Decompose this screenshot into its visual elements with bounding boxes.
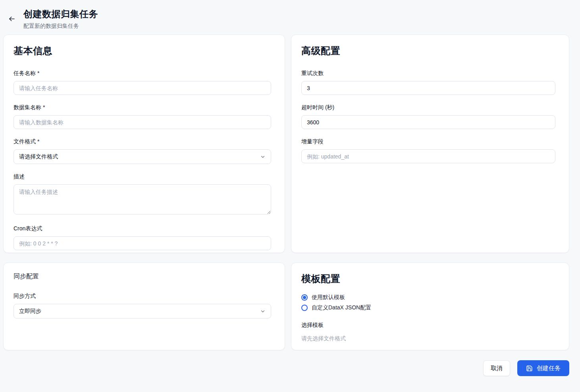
template-select-hint: 请先选择文件格式	[301, 335, 555, 342]
footer-actions: 取消 创建任务	[0, 350, 580, 388]
template-radio-group: 使用默认模板 自定义DataX JSON配置	[301, 294, 555, 311]
form-grid: 基本信息 任务名称 * 数据集名称 * 文件格式 * 请选择文件格式 描述	[0, 35, 580, 350]
page-subtitle: 配置新的数据归集任务	[23, 23, 98, 30]
radio-default-template[interactable]: 使用默认模板	[301, 294, 555, 301]
file-format-select-value: 请选择文件格式	[19, 153, 58, 160]
description-textarea[interactable]	[13, 184, 271, 214]
page-title: 创建数据归集任务	[23, 8, 98, 20]
back-button[interactable]	[6, 14, 17, 25]
radio-custom-datax[interactable]: 自定义DataX JSON配置	[301, 304, 555, 311]
sync-mode-label: 同步方式	[13, 293, 271, 300]
dataset-name-label: 数据集名称 *	[13, 104, 271, 111]
timeout-field: 超时时间 (秒)	[301, 104, 555, 129]
radio-custom-datax-label: 自定义DataX JSON配置	[312, 304, 371, 311]
template-config-card: 模板配置 使用默认模板 自定义DataX JSON配置 选择模板 请先选择文件格…	[291, 263, 569, 350]
template-select-field: 选择模板 请先选择文件格式	[301, 322, 555, 342]
sync-mode-select-value: 立即同步	[19, 308, 41, 315]
template-config-title: 模板配置	[301, 272, 555, 285]
cron-input[interactable]	[13, 236, 271, 250]
advanced-config-card: 高级配置 重试次数 超时时间 (秒) 增量字段	[291, 35, 569, 253]
cron-field: Cron表达式	[13, 225, 271, 250]
incremental-label: 增量字段	[301, 138, 555, 145]
timeout-input[interactable]	[301, 115, 555, 129]
sync-mode-field: 同步方式 立即同步	[13, 293, 271, 319]
retry-label: 重试次数	[301, 70, 555, 77]
template-select-label: 选择模板	[301, 322, 555, 329]
dataset-name-field: 数据集名称 *	[13, 104, 271, 129]
chevron-down-icon	[260, 154, 266, 160]
retry-input[interactable]	[301, 81, 555, 95]
page-header: 创建数据归集任务 配置新的数据归集任务	[0, 0, 580, 35]
description-field: 描述	[13, 173, 271, 216]
file-format-select[interactable]: 请选择文件格式	[13, 149, 271, 164]
sync-config-card: 同步配置 同步方式 立即同步	[3, 263, 285, 350]
create-task-button[interactable]: 创建任务	[517, 360, 569, 376]
basic-info-card: 基本信息 任务名称 * 数据集名称 * 文件格式 * 请选择文件格式 描述	[3, 35, 285, 253]
file-format-field: 文件格式 * 请选择文件格式	[13, 138, 271, 164]
task-name-input[interactable]	[13, 81, 271, 95]
cancel-button[interactable]: 取消	[483, 360, 510, 376]
retry-field: 重试次数	[301, 70, 555, 95]
arrow-left-icon	[8, 15, 15, 23]
save-icon	[526, 365, 533, 372]
dataset-name-input[interactable]	[13, 115, 271, 129]
advanced-config-title: 高级配置	[301, 44, 555, 57]
chevron-down-icon	[260, 309, 266, 314]
incremental-field: 增量字段	[301, 138, 555, 163]
sync-config-title: 同步配置	[13, 272, 271, 281]
task-name-field: 任务名称 *	[13, 70, 271, 95]
file-format-label: 文件格式 *	[13, 138, 271, 145]
description-label: 描述	[13, 173, 271, 180]
task-name-label: 任务名称 *	[13, 70, 271, 77]
radio-default-template-label: 使用默认模板	[312, 294, 345, 301]
cron-label: Cron表达式	[13, 225, 271, 232]
timeout-label: 超时时间 (秒)	[301, 104, 555, 111]
radio-unselected-icon[interactable]	[301, 305, 308, 311]
basic-info-title: 基本信息	[13, 44, 271, 57]
incremental-input[interactable]	[301, 149, 555, 163]
sync-mode-select[interactable]: 立即同步	[13, 304, 271, 319]
radio-selected-icon[interactable]	[301, 294, 308, 301]
create-task-button-label: 创建任务	[537, 365, 561, 372]
